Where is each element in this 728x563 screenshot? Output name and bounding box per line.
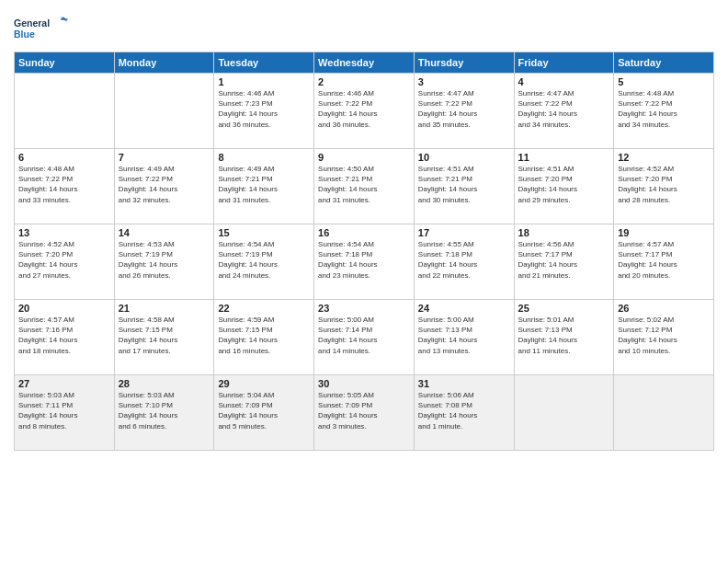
calendar-cell: 1Sunrise: 4:46 AM Sunset: 7:23 PM Daylig… [214, 74, 314, 149]
calendar-week-row: 27Sunrise: 5:03 AM Sunset: 7:11 PM Dayli… [15, 375, 714, 451]
day-number: 3 [418, 76, 510, 87]
day-number: 23 [318, 303, 410, 314]
weekday-header-monday: Monday [114, 52, 214, 74]
calendar-cell: 15Sunrise: 4:54 AM Sunset: 7:19 PM Dayli… [214, 224, 314, 300]
weekday-header-tuesday: Tuesday [214, 52, 314, 74]
day-number: 9 [318, 152, 410, 163]
day-info: Sunrise: 4:49 AM Sunset: 7:22 PM Dayligh… [119, 164, 210, 205]
svg-text:General: General [14, 17, 50, 29]
day-number: 15 [218, 227, 310, 238]
calendar-cell: 24Sunrise: 5:00 AM Sunset: 7:13 PM Dayli… [414, 300, 514, 375]
logo-svg: General Blue [14, 9, 69, 46]
day-info: Sunrise: 4:48 AM Sunset: 7:22 PM Dayligh… [618, 88, 710, 130]
day-number: 6 [18, 152, 110, 163]
day-number: 13 [18, 227, 110, 238]
day-number: 28 [119, 378, 210, 389]
calendar-cell [614, 375, 714, 451]
day-info: Sunrise: 4:51 AM Sunset: 7:20 PM Dayligh… [518, 164, 610, 205]
day-number: 21 [119, 303, 210, 314]
day-number: 4 [518, 76, 610, 87]
calendar-cell: 4Sunrise: 4:47 AM Sunset: 7:22 PM Daylig… [514, 74, 614, 149]
calendar-cell: 16Sunrise: 4:54 AM Sunset: 7:18 PM Dayli… [314, 224, 415, 300]
calendar-cell: 9Sunrise: 4:50 AM Sunset: 7:21 PM Daylig… [314, 149, 415, 224]
day-number: 7 [119, 152, 210, 163]
calendar-cell [15, 74, 115, 149]
calendar-cell: 29Sunrise: 5:04 AM Sunset: 7:09 PM Dayli… [214, 375, 314, 451]
day-info: Sunrise: 4:58 AM Sunset: 7:15 PM Dayligh… [119, 315, 210, 356]
calendar-week-row: 1Sunrise: 4:46 AM Sunset: 7:23 PM Daylig… [15, 74, 714, 149]
calendar-cell: 7Sunrise: 4:49 AM Sunset: 7:22 PM Daylig… [114, 149, 214, 224]
day-number: 10 [418, 152, 510, 163]
main-container: General Blue SundayMondayTuesdayWednesda… [0, 0, 728, 460]
weekday-header-saturday: Saturday [614, 52, 714, 74]
day-number: 1 [218, 76, 310, 87]
day-info: Sunrise: 5:03 AM Sunset: 7:10 PM Dayligh… [119, 390, 210, 431]
day-number: 14 [119, 227, 210, 238]
day-number: 30 [318, 378, 410, 389]
calendar-cell: 12Sunrise: 4:52 AM Sunset: 7:20 PM Dayli… [614, 149, 714, 224]
calendar-cell: 8Sunrise: 4:49 AM Sunset: 7:21 PM Daylig… [214, 149, 314, 224]
day-info: Sunrise: 4:54 AM Sunset: 7:19 PM Dayligh… [218, 239, 310, 281]
day-number: 27 [18, 378, 110, 389]
day-number: 8 [218, 152, 310, 163]
day-number: 12 [618, 152, 710, 163]
day-info: Sunrise: 5:06 AM Sunset: 7:08 PM Dayligh… [418, 390, 510, 431]
calendar-cell: 27Sunrise: 5:03 AM Sunset: 7:11 PM Dayli… [15, 375, 115, 451]
day-info: Sunrise: 5:04 AM Sunset: 7:09 PM Dayligh… [218, 390, 310, 431]
day-info: Sunrise: 4:57 AM Sunset: 7:17 PM Dayligh… [618, 239, 710, 281]
weekday-header-friday: Friday [514, 52, 614, 74]
calendar-cell: 21Sunrise: 4:58 AM Sunset: 7:15 PM Dayli… [114, 300, 214, 375]
day-number: 20 [18, 303, 110, 314]
day-info: Sunrise: 5:02 AM Sunset: 7:12 PM Dayligh… [618, 315, 710, 356]
day-info: Sunrise: 4:50 AM Sunset: 7:21 PM Dayligh… [318, 164, 410, 205]
calendar-cell: 11Sunrise: 4:51 AM Sunset: 7:20 PM Dayli… [514, 149, 614, 224]
day-info: Sunrise: 4:52 AM Sunset: 7:20 PM Dayligh… [18, 239, 110, 281]
calendar-cell: 2Sunrise: 4:46 AM Sunset: 7:22 PM Daylig… [314, 74, 415, 149]
calendar-week-row: 13Sunrise: 4:52 AM Sunset: 7:20 PM Dayli… [15, 224, 714, 300]
calendar-cell: 26Sunrise: 5:02 AM Sunset: 7:12 PM Dayli… [614, 300, 714, 375]
day-info: Sunrise: 4:49 AM Sunset: 7:21 PM Dayligh… [218, 164, 310, 205]
weekday-header-wednesday: Wednesday [314, 52, 415, 74]
calendar-cell: 10Sunrise: 4:51 AM Sunset: 7:21 PM Dayli… [414, 149, 514, 224]
day-number: 24 [418, 303, 510, 314]
calendar-cell: 30Sunrise: 5:05 AM Sunset: 7:09 PM Dayli… [314, 375, 415, 451]
calendar-week-row: 20Sunrise: 4:57 AM Sunset: 7:16 PM Dayli… [15, 300, 714, 375]
day-number: 16 [318, 227, 410, 238]
calendar-cell: 5Sunrise: 4:48 AM Sunset: 7:22 PM Daylig… [614, 74, 714, 149]
day-number: 18 [518, 227, 610, 238]
day-info: Sunrise: 4:57 AM Sunset: 7:16 PM Dayligh… [18, 315, 110, 356]
day-number: 17 [418, 227, 510, 238]
day-number: 11 [518, 152, 610, 163]
day-number: 2 [318, 76, 410, 87]
day-info: Sunrise: 4:46 AM Sunset: 7:22 PM Dayligh… [318, 88, 410, 130]
day-info: Sunrise: 4:47 AM Sunset: 7:22 PM Dayligh… [418, 88, 510, 130]
calendar-cell: 28Sunrise: 5:03 AM Sunset: 7:10 PM Dayli… [114, 375, 214, 451]
day-info: Sunrise: 4:52 AM Sunset: 7:20 PM Dayligh… [618, 164, 710, 205]
day-info: Sunrise: 4:46 AM Sunset: 7:23 PM Dayligh… [218, 88, 310, 130]
day-info: Sunrise: 4:55 AM Sunset: 7:18 PM Dayligh… [418, 239, 510, 281]
calendar-table: SundayMondayTuesdayWednesdayThursdayFrid… [14, 52, 714, 451]
day-number: 29 [218, 378, 310, 389]
calendar-cell: 20Sunrise: 4:57 AM Sunset: 7:16 PM Dayli… [15, 300, 115, 375]
day-number: 26 [618, 303, 710, 314]
calendar-cell: 6Sunrise: 4:48 AM Sunset: 7:22 PM Daylig… [15, 149, 115, 224]
calendar-cell: 19Sunrise: 4:57 AM Sunset: 7:17 PM Dayli… [614, 224, 714, 300]
calendar-cell: 17Sunrise: 4:55 AM Sunset: 7:18 PM Dayli… [414, 224, 514, 300]
calendar-cell: 14Sunrise: 4:53 AM Sunset: 7:19 PM Dayli… [114, 224, 214, 300]
calendar-cell: 31Sunrise: 5:06 AM Sunset: 7:08 PM Dayli… [414, 375, 514, 451]
logo: General Blue [14, 9, 69, 46]
calendar-cell [514, 375, 614, 451]
day-info: Sunrise: 4:53 AM Sunset: 7:19 PM Dayligh… [119, 239, 210, 281]
day-info: Sunrise: 4:47 AM Sunset: 7:22 PM Dayligh… [518, 88, 610, 130]
calendar-week-row: 6Sunrise: 4:48 AM Sunset: 7:22 PM Daylig… [15, 149, 714, 224]
weekday-header-sunday: Sunday [15, 52, 115, 74]
day-number: 19 [618, 227, 710, 238]
day-info: Sunrise: 4:48 AM Sunset: 7:22 PM Dayligh… [18, 164, 110, 205]
weekday-header-row: SundayMondayTuesdayWednesdayThursdayFrid… [15, 52, 714, 74]
day-info: Sunrise: 4:59 AM Sunset: 7:15 PM Dayligh… [218, 315, 310, 356]
calendar-cell: 18Sunrise: 4:56 AM Sunset: 7:17 PM Dayli… [514, 224, 614, 300]
day-number: 31 [418, 378, 510, 389]
day-info: Sunrise: 5:00 AM Sunset: 7:14 PM Dayligh… [318, 315, 410, 356]
calendar-cell: 22Sunrise: 4:59 AM Sunset: 7:15 PM Dayli… [214, 300, 314, 375]
header: General Blue [14, 9, 714, 46]
